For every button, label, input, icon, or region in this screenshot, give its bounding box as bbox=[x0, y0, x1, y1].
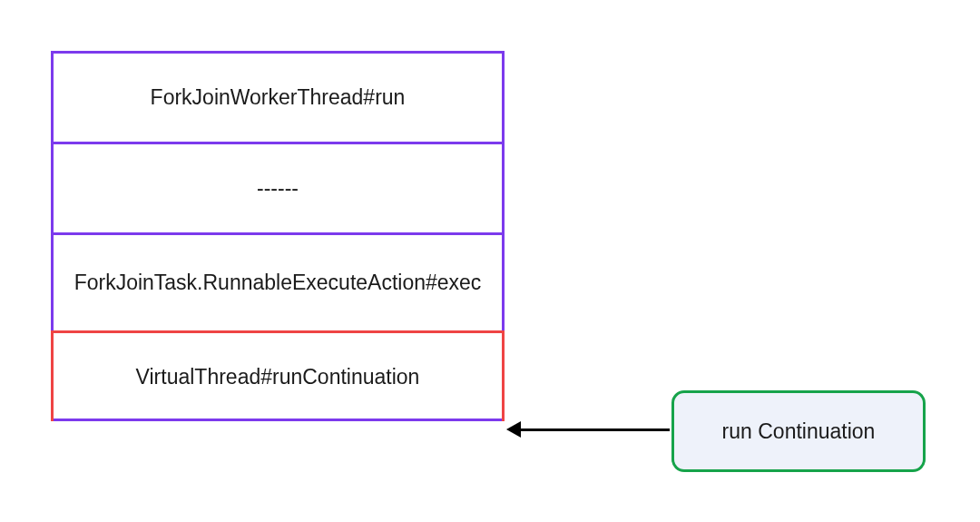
stack-frame-label: ForkJoinWorkerThread#run bbox=[151, 84, 406, 112]
arrow-line bbox=[517, 428, 670, 431]
stack-frame-highlighted: VirtualThread#runContinuation bbox=[51, 330, 505, 421]
arrow-head bbox=[506, 421, 521, 438]
stack-frame-label: ForkJoinTask.RunnableExecuteAction#exec bbox=[74, 269, 482, 297]
callout-box: run Continuation bbox=[671, 390, 926, 472]
stack-frame-label: ------ bbox=[257, 174, 299, 202]
stack-frame: ForkJoinWorkerThread#run bbox=[54, 54, 502, 144]
stack-frame: ------ bbox=[54, 144, 502, 235]
stack-frame-label: VirtualThread#runContinuation bbox=[136, 363, 420, 391]
stack-frame: ForkJoinTask.RunnableExecuteAction#exec bbox=[54, 235, 502, 333]
arrow-left-icon bbox=[506, 425, 670, 436]
callout-label: run Continuation bbox=[722, 419, 876, 444]
call-stack: ForkJoinWorkerThread#run ------ ForkJoin… bbox=[51, 51, 505, 421]
